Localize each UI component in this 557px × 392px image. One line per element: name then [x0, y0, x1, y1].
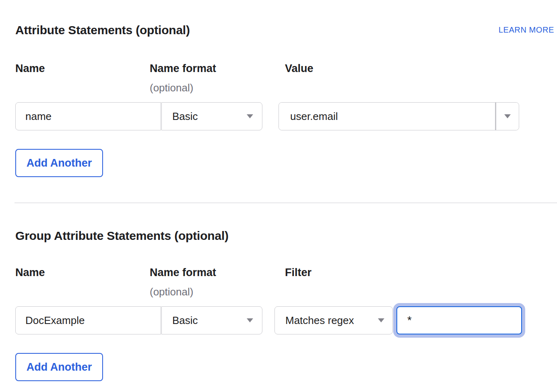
attribute-statements-title: Attribute Statements (optional): [15, 23, 190, 37]
attribute-value-dropdown-button[interactable]: [495, 103, 519, 130]
column-label-name-format: Name format: [150, 266, 285, 279]
column-label-name: Name: [15, 266, 150, 279]
attribute-value-combo: [278, 102, 519, 130]
attribute-statements-section: Attribute Statements (optional) LEARN MO…: [15, 23, 554, 177]
chevron-down-icon: [378, 318, 384, 322]
name-and-format-group: Basic: [15, 102, 262, 130]
group-attribute-statements-title: Group Attribute Statements (optional): [15, 229, 229, 243]
filter-value-input[interactable]: [396, 306, 522, 334]
group-name-format-selected-value: Basic: [172, 314, 198, 327]
add-another-button[interactable]: Add Another: [15, 149, 103, 177]
group-attribute-statement-row: Basic Matches regex: [15, 306, 554, 334]
group-name-format-select[interactable]: Basic: [161, 306, 262, 334]
group-attribute-statements-section: Group Attribute Statements (optional) Na…: [15, 229, 554, 381]
attribute-name-input[interactable]: [15, 102, 161, 130]
attribute-value-input[interactable]: [279, 103, 495, 130]
name-format-select[interactable]: Basic: [161, 102, 262, 130]
column-note-optional: (optional): [150, 286, 285, 298]
chevron-down-icon: [247, 318, 253, 322]
filter-type-selected-value: Matches regex: [285, 314, 354, 327]
column-label-value: Value: [285, 62, 554, 74]
column-label-filter: Filter: [285, 266, 554, 279]
column-label-name-format: Name format: [150, 62, 285, 74]
column-note-optional: (optional): [150, 82, 285, 94]
learn-more-link[interactable]: LEARN MORE: [499, 24, 554, 35]
group-attribute-name-input[interactable]: [15, 306, 161, 334]
chevron-down-icon: [504, 114, 511, 118]
group-name-and-format-group: Basic: [15, 306, 262, 334]
attribute-statement-row: Basic: [15, 102, 554, 130]
group-attribute-statements-column-labels: Name Name format (optional) Filter: [15, 266, 554, 298]
name-format-selected-value: Basic: [172, 110, 198, 123]
saml-settings-page: Attribute Statements (optional) LEARN MO…: [0, 23, 557, 381]
column-label-name: Name: [15, 62, 150, 74]
add-another-button[interactable]: Add Another: [15, 353, 103, 381]
filter-type-select[interactable]: Matches regex: [274, 306, 393, 334]
section-divider: [14, 202, 557, 203]
chevron-down-icon: [247, 114, 253, 118]
attribute-statements-column-labels: Name Name format (optional) Value: [15, 62, 554, 94]
